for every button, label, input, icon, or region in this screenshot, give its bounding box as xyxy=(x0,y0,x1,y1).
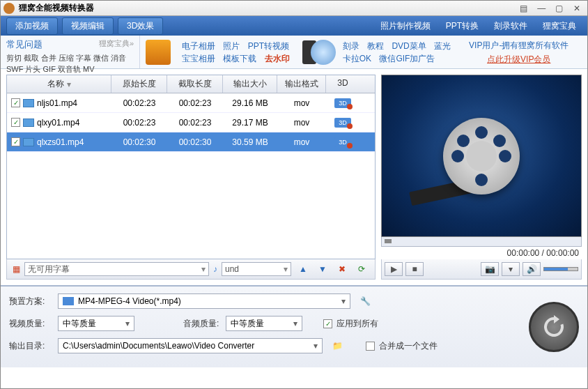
orig-length: 00:02:30 xyxy=(111,137,167,147)
video-file-icon xyxy=(23,99,34,107)
toolbar-link[interactable]: 刻录软件 xyxy=(494,20,527,32)
output-size: 29.17 MB xyxy=(223,118,277,128)
main-toolbar: 添加视频 视频编辑 3D效果 照片制作视频 PPT转换 刻录软件 狸窝宝典 xyxy=(1,16,587,36)
snapshot-menu-button[interactable]: ▾ xyxy=(502,262,520,276)
output-format: mov xyxy=(277,137,326,147)
file-table: 名称▾ 原始长度 截取长度 输出大小 输出格式 3D ✓nljs01.mp400… xyxy=(6,75,376,259)
bottom-panel: 预置方案: MP4-MPEG-4 Video(*.mp4)▾ 🔧 视频质量: 中… xyxy=(1,285,587,367)
convert-button[interactable] xyxy=(529,302,579,352)
clear-button[interactable]: ⟳ xyxy=(354,262,369,276)
col-output-size[interactable]: 输出大小 xyxy=(223,75,277,93)
file-name: qlxzs01.mp4 xyxy=(37,137,84,147)
3d-badge-icon[interactable]: 3D xyxy=(334,98,351,108)
col-output-format[interactable]: 输出格式 xyxy=(277,75,326,93)
table-row[interactable]: ✓qlxy01.mp400:02:2300:02:2329.17 MBmov3D xyxy=(7,113,375,132)
ppt-icon xyxy=(146,40,171,65)
subtitle-icon: ▦ xyxy=(13,264,20,274)
col-cut-length[interactable]: 截取长度 xyxy=(167,75,223,93)
sublink[interactable]: 蓝光 xyxy=(434,41,451,51)
close-button[interactable]: ✕ xyxy=(569,3,585,13)
sublink[interactable]: PPT转视频 xyxy=(248,41,289,51)
preview-panel: 00:00:00 / 00:00:00 ▶ ■ 📷 ▾ 🔊 xyxy=(381,75,582,280)
video-quality-dropdown[interactable]: 中等质量▾ xyxy=(58,316,134,331)
volume-button[interactable]: 🔊 xyxy=(523,262,541,276)
file-name: qlxy01.mp4 xyxy=(37,118,79,128)
sublink[interactable]: 教程 xyxy=(367,41,384,51)
film-reel-icon xyxy=(443,118,520,194)
output-size: 30.59 MB xyxy=(223,137,277,147)
preview-time: 00:00:00 / 00:00:00 xyxy=(381,247,582,259)
stop-button[interactable]: ■ xyxy=(405,262,424,276)
apply-all-checkbox[interactable]: ✓ xyxy=(323,319,332,328)
sublink[interactable]: 刻录 xyxy=(343,41,359,51)
col-name[interactable]: 名称▾ xyxy=(7,75,111,93)
sublink[interactable]: 微信GIF加广告 xyxy=(379,54,435,63)
row-checkbox[interactable]: ✓ xyxy=(11,118,20,127)
row-checkbox[interactable]: ✓ xyxy=(11,137,20,146)
cut-length: 00:02:23 xyxy=(167,98,223,108)
preset-settings-button[interactable]: 🔧 xyxy=(357,294,373,308)
menu-icon[interactable]: ▤ xyxy=(516,3,532,13)
vip-upgrade-link[interactable]: 点此升级VIP会员 xyxy=(469,54,568,66)
add-video-button[interactable]: 添加视频 xyxy=(6,17,58,35)
move-up-button[interactable]: ▲ xyxy=(295,262,311,276)
sublink[interactable]: 卡拉OK xyxy=(343,54,371,63)
app-logo-icon xyxy=(3,3,15,14)
list-controls: ▦ 无可用字幕▾ ♪ und▾ ▲ ▼ ✖ ⟳ xyxy=(6,259,376,280)
video-quality-label: 视频质量: xyxy=(9,318,51,330)
audio-track-icon: ♪ xyxy=(213,264,217,274)
preview-seek-slider[interactable] xyxy=(381,237,582,247)
sublink[interactable]: 照片 xyxy=(223,41,240,51)
toolbar-link[interactable]: 狸窝宝典 xyxy=(543,20,576,32)
remove-button[interactable]: ✖ xyxy=(334,262,350,276)
maximize-button[interactable]: ▢ xyxy=(552,3,567,13)
open-folder-button[interactable]: 📁 xyxy=(330,339,345,353)
move-down-button[interactable]: ▼ xyxy=(315,262,330,276)
faq-hint[interactable]: 狸窝宝典» xyxy=(99,38,134,49)
output-format: mov xyxy=(277,118,326,128)
subtitle-dropdown[interactable]: 无可用字幕▾ xyxy=(24,262,209,276)
sublink[interactable]: 电子相册 xyxy=(182,41,215,51)
audio-quality-dropdown[interactable]: 中等质量▾ xyxy=(226,316,302,331)
col-orig-length[interactable]: 原始长度 xyxy=(111,75,167,93)
cut-length: 00:02:30 xyxy=(167,137,223,147)
minimize-button[interactable]: — xyxy=(534,3,549,13)
window-title: 狸窝全能视频转换器 xyxy=(19,2,516,14)
merge-label: 合并成一个文件 xyxy=(379,340,438,352)
merge-checkbox[interactable] xyxy=(366,342,375,351)
video-file-icon xyxy=(23,119,34,127)
output-dir-label: 输出目录: xyxy=(9,340,51,352)
col-3d[interactable]: 3D xyxy=(326,75,359,93)
3d-badge-icon[interactable]: 3D xyxy=(334,118,351,128)
remove-watermark-link[interactable]: 去水印 xyxy=(265,54,290,63)
toolbar-link[interactable]: 照片制作视频 xyxy=(380,20,431,32)
apply-all-label: 应用到所有 xyxy=(336,318,378,330)
effect-3d-button[interactable]: 3D效果 xyxy=(118,17,163,35)
output-dir-field[interactable]: C:\Users\admin\Documents\Leawo\Video Con… xyxy=(58,338,323,353)
sublink[interactable]: 宝宝相册 xyxy=(182,54,215,63)
video-file-icon xyxy=(23,138,34,146)
snapshot-button[interactable]: 📷 xyxy=(481,262,499,276)
file-name: nljs01.mp4 xyxy=(37,98,77,108)
faq-title[interactable]: 常见问题 xyxy=(6,39,42,49)
preset-dropdown[interactable]: MP4-MPEG-4 Video(*.mp4)▾ xyxy=(58,293,350,309)
play-button[interactable]: ▶ xyxy=(385,262,403,276)
toolbar-link[interactable]: PPT转换 xyxy=(446,20,479,32)
audio-lang-dropdown[interactable]: und▾ xyxy=(222,262,291,276)
video-format-icon xyxy=(63,297,74,305)
output-size: 29.16 MB xyxy=(223,98,277,108)
volume-slider[interactable] xyxy=(543,267,578,271)
sublink[interactable]: DVD菜单 xyxy=(392,41,426,51)
preset-label: 预置方案: xyxy=(9,296,51,307)
table-row[interactable]: ✓nljs01.mp400:02:2300:02:2329.16 MBmov3D xyxy=(7,93,375,113)
orig-length: 00:02:23 xyxy=(111,118,167,128)
output-format: mov xyxy=(277,98,326,108)
table-row[interactable]: ✓qlxzs01.mp400:02:3000:02:3030.59 MBmov3… xyxy=(7,132,375,152)
vip-text: VIP用户-拥有狸窝所有软件 xyxy=(469,40,568,50)
sublink[interactable]: 模板下载 xyxy=(223,54,256,63)
preview-screen[interactable] xyxy=(381,75,582,237)
video-edit-button[interactable]: 视频编辑 xyxy=(62,17,114,35)
faq-tags[interactable]: 剪切 截取 合并 压缩 字幕 微信 消音 SWF 片头 GIF 双音轨 MV xyxy=(6,52,134,75)
row-checkbox[interactable]: ✓ xyxy=(11,98,20,107)
3d-badge-icon[interactable]: 3D xyxy=(334,137,351,147)
